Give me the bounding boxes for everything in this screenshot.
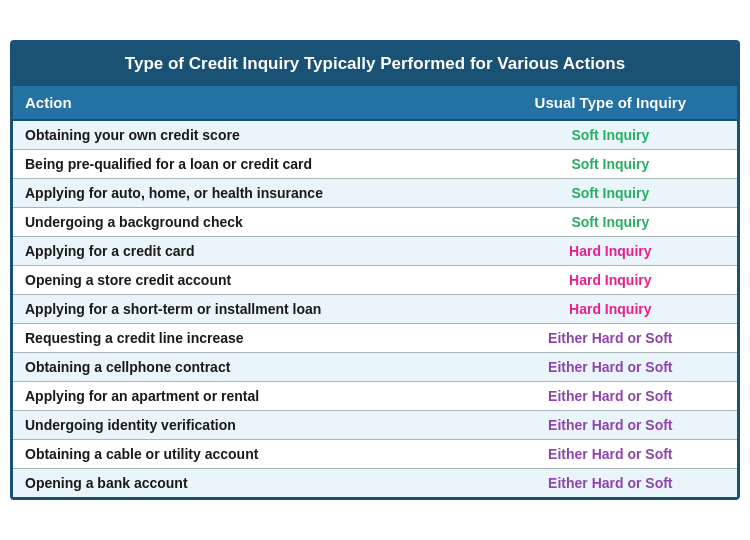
table-row: Undergoing a background checkSoft Inquir… <box>13 207 737 236</box>
action-cell: Obtaining your own credit score <box>13 120 484 150</box>
inquiry-type-cell: Hard Inquiry <box>484 236 737 265</box>
table-body: Obtaining your own credit scoreSoft Inqu… <box>13 120 737 497</box>
table-header-row: Action Usual Type of Inquiry <box>13 86 737 120</box>
inquiry-type-cell: Hard Inquiry <box>484 294 737 323</box>
inquiry-type-cell: Either Hard or Soft <box>484 410 737 439</box>
action-cell: Applying for a credit card <box>13 236 484 265</box>
table-row: Applying for a credit cardHard Inquiry <box>13 236 737 265</box>
inquiry-type-cell: Soft Inquiry <box>484 178 737 207</box>
table-row: Applying for auto, home, or health insur… <box>13 178 737 207</box>
action-cell: Obtaining a cellphone contract <box>13 352 484 381</box>
table-row: Requesting a credit line increaseEither … <box>13 323 737 352</box>
action-cell: Applying for a short-term or installment… <box>13 294 484 323</box>
table-row: Obtaining your own credit scoreSoft Inqu… <box>13 120 737 150</box>
action-cell: Opening a store credit account <box>13 265 484 294</box>
action-cell: Undergoing identity verification <box>13 410 484 439</box>
inquiry-type-cell: Hard Inquiry <box>484 265 737 294</box>
inquiry-type-cell: Either Hard or Soft <box>484 468 737 497</box>
table-title: Type of Credit Inquiry Typically Perform… <box>13 43 737 85</box>
table-row: Applying for a short-term or installment… <box>13 294 737 323</box>
action-cell: Applying for an apartment or rental <box>13 381 484 410</box>
inquiry-type-cell: Either Hard or Soft <box>484 439 737 468</box>
action-cell: Undergoing a background check <box>13 207 484 236</box>
table-row: Applying for an apartment or rentalEithe… <box>13 381 737 410</box>
table-row: Obtaining a cellphone contractEither Har… <box>13 352 737 381</box>
inquiry-type-cell: Either Hard or Soft <box>484 323 737 352</box>
inquiry-type-cell: Soft Inquiry <box>484 207 737 236</box>
table-row: Opening a bank accountEither Hard or Sof… <box>13 468 737 497</box>
table-row: Being pre-qualified for a loan or credit… <box>13 149 737 178</box>
action-cell: Applying for auto, home, or health insur… <box>13 178 484 207</box>
table-row: Obtaining a cable or utility accountEith… <box>13 439 737 468</box>
action-cell: Obtaining a cable or utility account <box>13 439 484 468</box>
inquiry-type-cell: Either Hard or Soft <box>484 352 737 381</box>
inquiry-type-cell: Either Hard or Soft <box>484 381 737 410</box>
action-cell: Requesting a credit line increase <box>13 323 484 352</box>
action-cell: Being pre-qualified for a loan or credit… <box>13 149 484 178</box>
inquiry-table: Action Usual Type of Inquiry Obtaining y… <box>13 86 737 497</box>
inquiry-type-cell: Soft Inquiry <box>484 149 737 178</box>
main-table-container: Type of Credit Inquiry Typically Perform… <box>10 40 740 499</box>
inquiry-type-cell: Soft Inquiry <box>484 120 737 150</box>
action-column-header: Action <box>13 86 484 120</box>
table-row: Opening a store credit accountHard Inqui… <box>13 265 737 294</box>
action-cell: Opening a bank account <box>13 468 484 497</box>
table-row: Undergoing identity verificationEither H… <box>13 410 737 439</box>
inquiry-type-column-header: Usual Type of Inquiry <box>484 86 737 120</box>
